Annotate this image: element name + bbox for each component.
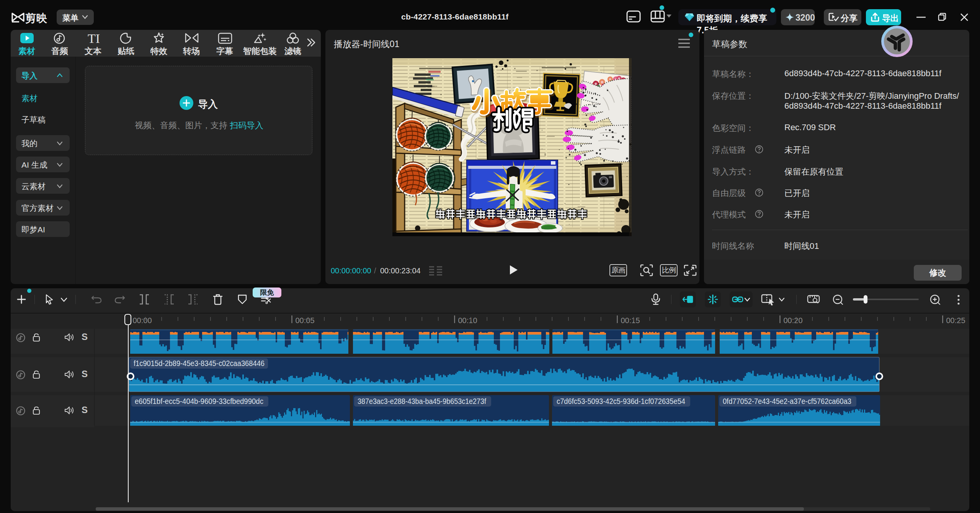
svg-text:e605f1bf-ecc5-404b-9609-33cfbe: e605f1bf-ecc5-404b-9609-33cfbed990dc: [135, 397, 263, 405]
svg-text:387e3ac3-e288-43ba-ba45-9b653c: 387e3ac3-e288-43ba-ba45-9b653c1e273f: [358, 397, 487, 405]
svg-text:0fd77052-7e43-45e2-a37e-cf5762: 0fd77052-7e43-45e2-a37e-cf5762ca60a3: [723, 397, 851, 405]
svg-text:f1c9015d-2b89-45e3-8345-c02caa: f1c9015d-2b89-45e3-8345-c02caa368446: [134, 359, 265, 368]
svg-text:c7d6fc53-5093-42c5-936d-1cf072: c7d6fc53-5093-42c5-936d-1cf072635e54: [557, 397, 685, 405]
